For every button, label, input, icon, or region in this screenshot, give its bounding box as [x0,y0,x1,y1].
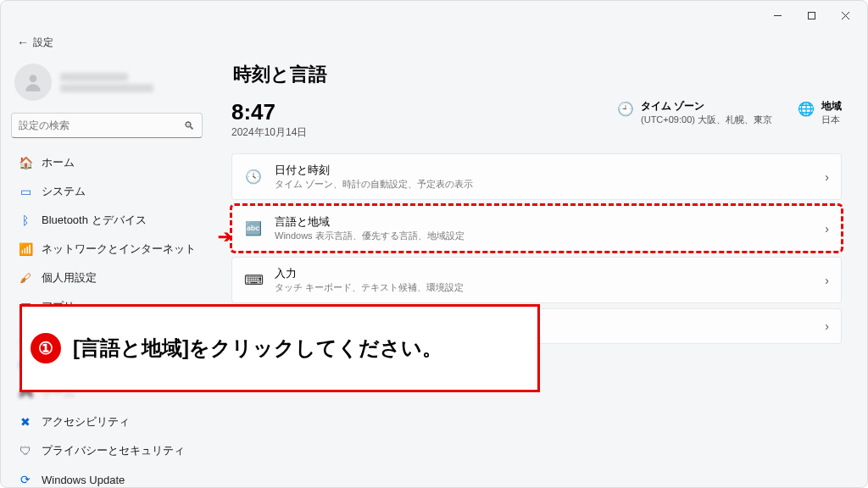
settings-window: ← 設定 🔍︎ 🏠ホーム ▭システム ᛒBluetooth とデバイス [0,0,868,488]
accessibility-icon: ✖ [18,415,33,429]
annotation-box: ① [言語と地域]をクリックしてください。 [19,304,540,392]
sidebar-item-label: プライバシーとセキュリティ [42,443,185,458]
update-icon: ⟳ [18,473,33,486]
network-icon: 📶 [18,242,33,256]
summary-label: タイム ゾーン [641,99,772,114]
avatar [14,64,52,101]
annotation-number: ① [31,333,61,363]
svg-point-4 [30,75,37,82]
window-title: 設定 [33,36,53,50]
profile-block[interactable] [11,58,203,113]
sidebar-item-label: Windows Update [42,474,125,486]
time-text: 8:47 [231,99,307,125]
profile-name [60,70,153,95]
card-title: 入力 [275,266,464,281]
chevron-right-icon: › [825,319,829,333]
date-time-icon: 🕓 [244,169,263,185]
card-sub: Windows 表示言語、優先する言語、地域設定 [275,230,465,242]
region-icon: 🌐 [798,101,815,117]
main-pane: 時刻と言語 8:47 2024年10月14日 🕘 タイム ゾーン (UTC+09… [213,55,867,487]
sidebar-item-label: ホーム [42,155,75,170]
annotation-text: [言語と地域]をクリックしてください。 [73,335,442,362]
annotation-arrow: ➔ [218,226,232,247]
summary-label: 地域 [821,99,842,114]
personalization-icon: 🖌 [18,271,33,285]
close-button[interactable] [828,3,862,27]
sidebar: 🔍︎ 🏠ホーム ▭システム ᛒBluetooth とデバイス 📶ネットワークとイ… [1,55,213,487]
card-title: 言語と地域 [275,214,465,230]
search-input[interactable] [19,119,184,131]
sidebar-item-personalization[interactable]: 🖌個人用設定 [11,263,203,292]
sidebar-item-label: アクセシビリティ [42,414,130,430]
card-title: 日付と時刻 [275,163,473,178]
chevron-right-icon: › [825,170,829,184]
sidebar-item-accessibility[interactable]: ✖アクセシビリティ [11,408,203,436]
summary-timezone[interactable]: 🕘 タイム ゾーン (UTC+09:00) 大阪、札幌、東京 [617,99,772,126]
chevron-right-icon: › [825,222,829,236]
card-typing[interactable]: ⌨ 入力 タッチ キーボード、テキスト候補、環境設定 › [231,257,842,303]
system-icon: ▭ [18,185,33,198]
privacy-icon: 🛡 [18,444,33,458]
summary-region[interactable]: 🌐 地域 日本 [798,99,842,126]
card-date-time[interactable]: 🕓 日付と時刻 タイム ゾーン、時計の自動設定、予定表の表示 › [231,153,842,200]
timezone-icon: 🕘 [617,101,634,117]
language-region-icon: 🔤 [244,220,263,236]
date-text: 2024年10月14日 [231,125,307,140]
summary-value: 日本 [821,114,842,126]
sidebar-item-windows-update[interactable]: ⟳Windows Update [11,465,203,488]
search-icon: 🔍︎ [184,119,195,132]
sidebar-item-privacy[interactable]: 🛡プライバシーとセキュリティ [11,436,203,465]
minimize-button[interactable] [760,3,794,27]
summary-value: (UTC+09:00) 大阪、札幌、東京 [641,114,772,126]
bluetooth-icon: ᛒ [18,214,33,227]
sidebar-item-label: 個人用設定 [42,270,97,286]
sidebar-item-system[interactable]: ▭システム [11,177,203,206]
home-icon: 🏠 [18,156,33,169]
svg-rect-1 [808,12,815,19]
card-sub: タイム ゾーン、時計の自動設定、予定表の表示 [275,178,473,191]
sidebar-item-label: ネットワークとインターネット [42,241,196,257]
chevron-right-icon: › [825,274,829,287]
sidebar-item-bluetooth[interactable]: ᛒBluetooth とデバイス [11,206,203,235]
maximize-button[interactable] [794,3,828,27]
titlebar [1,1,867,30]
sidebar-item-label: システム [42,184,86,199]
typing-icon: ⌨ [244,272,263,288]
header: ← 設定 [1,30,867,55]
search-box[interactable]: 🔍︎ [11,113,203,138]
back-button[interactable]: ← [13,36,33,49]
sidebar-item-network[interactable]: 📶ネットワークとインターネット [11,235,203,263]
page-title: 時刻と言語 [233,62,842,87]
card-language-region[interactable]: 🔤 言語と地域 Windows 表示言語、優先する言語、地域設定 › [231,205,842,252]
card-sub: タッチ キーボード、テキスト候補、環境設定 [275,281,464,294]
clock-block: 8:47 2024年10月14日 [231,99,307,140]
summary-row: 8:47 2024年10月14日 🕘 タイム ゾーン (UTC+09:00) 大… [231,99,842,140]
sidebar-item-home[interactable]: 🏠ホーム [11,148,203,177]
sidebar-item-label: Bluetooth とデバイス [42,213,147,228]
